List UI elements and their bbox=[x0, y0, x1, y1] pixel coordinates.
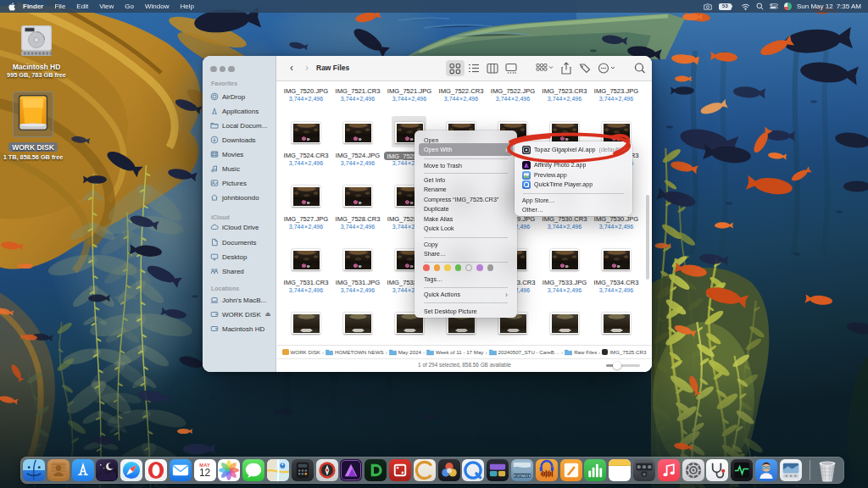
svg-text:POSTHASTE: POSTHASTE bbox=[514, 474, 531, 478]
